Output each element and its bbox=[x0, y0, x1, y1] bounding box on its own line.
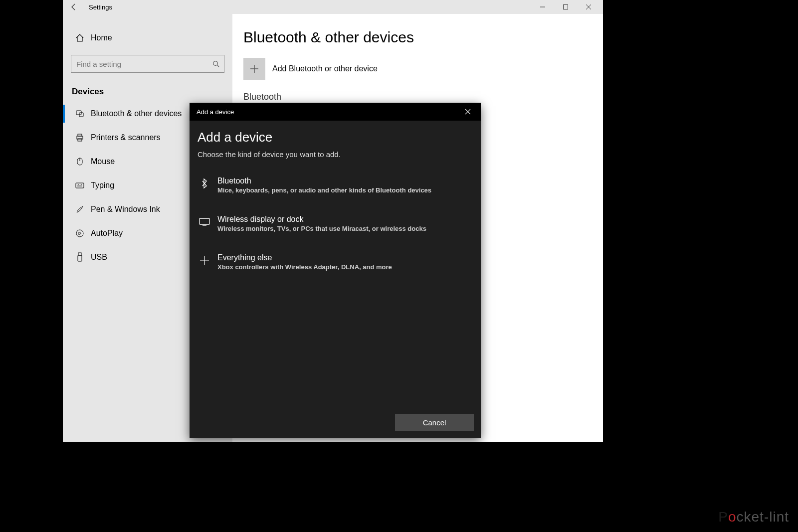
maximize-icon bbox=[563, 4, 569, 10]
sidebar-item-label: USB bbox=[91, 253, 107, 262]
svg-rect-7 bbox=[77, 158, 82, 165]
bluetooth-icon bbox=[199, 177, 210, 189]
svg-point-1 bbox=[213, 61, 218, 66]
keyboard-icon bbox=[73, 182, 87, 189]
watermark: Pocket-lint bbox=[718, 509, 789, 525]
watermark-rest: cket-lint bbox=[737, 509, 789, 525]
dialog-body: Add a device Choose the kind of device y… bbox=[190, 121, 481, 409]
close-icon bbox=[465, 109, 471, 115]
option-subtitle: Mice, keyboards, pens, or audio and othe… bbox=[217, 186, 431, 194]
svg-rect-11 bbox=[78, 253, 81, 255]
sidebar-item-label: AutoPlay bbox=[91, 229, 123, 238]
svg-rect-13 bbox=[200, 218, 209, 224]
option-subtitle: Xbox controllers with Wireless Adapter, … bbox=[217, 263, 392, 271]
sidebar-item-label: Pen & Windows Ink bbox=[91, 205, 160, 214]
dialog-footer: Cancel bbox=[190, 409, 481, 438]
svg-rect-0 bbox=[564, 5, 568, 9]
close-icon bbox=[586, 4, 592, 10]
svg-point-10 bbox=[76, 230, 83, 237]
back-arrow-icon bbox=[70, 3, 78, 11]
svg-rect-9 bbox=[76, 183, 84, 188]
svg-rect-6 bbox=[78, 139, 82, 141]
display-icon bbox=[199, 216, 210, 228]
svg-rect-2 bbox=[76, 111, 81, 115]
close-window-button[interactable] bbox=[577, 0, 600, 14]
dialog-option-everything-else[interactable]: Everything else Xbox controllers with Wi… bbox=[198, 248, 473, 281]
sidebar-item-label: Mouse bbox=[91, 157, 115, 166]
window-controls bbox=[531, 0, 600, 14]
bluetooth-section-header: Bluetooth bbox=[243, 92, 603, 102]
add-device-tile[interactable] bbox=[243, 58, 265, 80]
dialog-option-bluetooth[interactable]: Bluetooth Mice, keyboards, pens, or audi… bbox=[198, 172, 473, 204]
dialog-subheading: Choose the kind of device you want to ad… bbox=[198, 150, 473, 159]
maximize-button[interactable] bbox=[554, 0, 577, 14]
option-title: Wireless display or dock bbox=[217, 215, 426, 224]
pen-icon bbox=[73, 205, 87, 214]
option-title: Everything else bbox=[217, 253, 392, 262]
devices-icon bbox=[73, 109, 87, 118]
plus-icon bbox=[249, 64, 259, 74]
sidebar-item-label: Bluetooth & other devices bbox=[91, 109, 182, 118]
home-icon bbox=[73, 33, 87, 42]
plus-icon bbox=[199, 254, 210, 266]
printer-icon bbox=[73, 133, 87, 142]
dialog-titlebar: Add a device bbox=[190, 103, 481, 121]
cancel-button[interactable]: Cancel bbox=[395, 414, 474, 431]
add-device-dialog: Add a device Add a device Choose the kin… bbox=[190, 103, 481, 438]
add-device-row[interactable]: Add Bluetooth or other device bbox=[243, 58, 603, 80]
mouse-icon bbox=[73, 157, 87, 166]
option-subtitle: Wireless monitors, TVs, or PCs that use … bbox=[217, 225, 426, 232]
svg-rect-12 bbox=[78, 255, 82, 261]
dialog-heading: Add a device bbox=[198, 130, 473, 145]
dialog-window-title: Add a device bbox=[197, 108, 234, 116]
back-button[interactable] bbox=[66, 0, 82, 14]
add-device-label: Add Bluetooth or other device bbox=[272, 64, 378, 73]
page-title: Bluetooth & other devices bbox=[243, 29, 603, 46]
titlebar: Settings bbox=[63, 0, 603, 14]
search-icon bbox=[211, 59, 221, 69]
option-text: Wireless display or dock Wireless monito… bbox=[217, 215, 426, 232]
minimize-button[interactable] bbox=[531, 0, 554, 14]
dialog-option-wireless-display[interactable]: Wireless display or dock Wireless monito… bbox=[198, 210, 473, 242]
usb-icon bbox=[73, 252, 87, 262]
sidebar-home-label: Home bbox=[91, 33, 112, 42]
watermark-mid: o bbox=[728, 509, 737, 525]
sidebar-item-label: Printers & scanners bbox=[91, 133, 161, 142]
watermark-prefix: P bbox=[718, 509, 728, 525]
search-input[interactable] bbox=[76, 60, 211, 68]
sidebar-item-label: Typing bbox=[91, 181, 114, 190]
svg-rect-5 bbox=[78, 134, 82, 136]
cancel-button-label: Cancel bbox=[423, 418, 446, 427]
option-text: Everything else Xbox controllers with Wi… bbox=[217, 253, 392, 271]
svg-rect-3 bbox=[79, 113, 83, 117]
dialog-close-button[interactable] bbox=[460, 104, 476, 120]
sidebar-home[interactable]: Home bbox=[63, 26, 232, 50]
sidebar-search[interactable] bbox=[71, 55, 224, 73]
minimize-icon bbox=[540, 4, 546, 10]
sidebar-section-title: Devices bbox=[63, 80, 232, 102]
option-title: Bluetooth bbox=[217, 177, 431, 185]
autoplay-icon bbox=[73, 229, 87, 238]
svg-rect-4 bbox=[77, 136, 83, 139]
window-title: Settings bbox=[89, 3, 112, 11]
option-text: Bluetooth Mice, keyboards, pens, or audi… bbox=[217, 177, 431, 194]
